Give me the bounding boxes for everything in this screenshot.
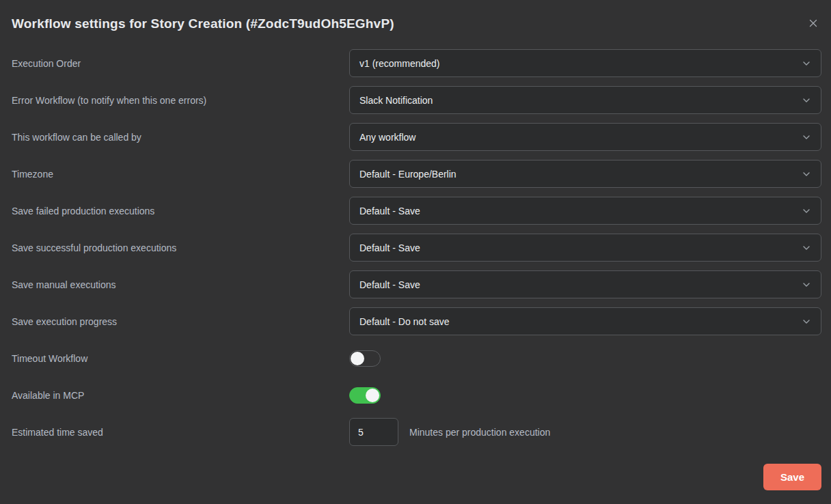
row-save-progress: Save execution progress Default - Do not… — [12, 307, 821, 335]
row-called-by: This workflow can be called by Any workf… — [12, 123, 821, 151]
save-failed-executions-select[interactable]: Default - Save — [349, 197, 821, 225]
row-timeout-workflow: Timeout Workflow — [12, 344, 821, 372]
save-execution-progress-select[interactable]: Default - Do not save — [349, 307, 821, 335]
timeout-workflow-toggle[interactable] — [349, 350, 381, 367]
row-execution-order: Execution Order v1 (recommended) — [12, 49, 821, 77]
field-label: Execution Order — [12, 58, 349, 69]
row-error-workflow: Error Workflow (to notify when this one … — [12, 86, 821, 114]
save-manual-executions-select[interactable]: Default - Save — [349, 270, 821, 298]
chevron-down-icon — [802, 206, 811, 216]
error-workflow-select[interactable]: Slack Notification — [349, 86, 821, 114]
field-label: Available in MCP — [12, 390, 349, 401]
chevron-down-icon — [802, 280, 811, 290]
chevron-down-icon — [802, 243, 811, 253]
dialog-title: Workflow settings for Story Creation (#Z… — [12, 14, 394, 31]
select-value: Default - Europe/Berlin — [359, 169, 457, 180]
field-label: Timezone — [12, 169, 349, 180]
row-save-manual: Save manual executions Default - Save — [12, 270, 821, 298]
select-value: Default - Save — [359, 279, 420, 290]
chevron-down-icon — [802, 169, 811, 179]
field-label: Timeout Workflow — [12, 353, 349, 364]
toggle-knob — [351, 352, 364, 365]
row-save-successful: Save successful production executions De… — [12, 234, 821, 262]
row-available-in-mcp: Available in MCP — [12, 381, 821, 409]
select-value: Slack Notification — [359, 95, 433, 106]
field-label: Save failed production executions — [12, 206, 349, 216]
field-label: This workflow can be called by — [12, 132, 349, 143]
select-value: v1 (recommended) — [359, 58, 440, 69]
row-estimated-time-saved: Estimated time saved Minutes per product… — [12, 418, 821, 446]
estimated-time-input[interactable] — [349, 418, 398, 446]
close-button[interactable] — [805, 15, 821, 31]
field-label: Save execution progress — [12, 316, 349, 327]
field-label: Error Workflow (to notify when this one … — [12, 95, 349, 106]
settings-rows: Execution Order v1 (recommended) Error W… — [12, 49, 821, 446]
chevron-down-icon — [802, 96, 811, 105]
workflow-settings-dialog: Workflow settings for Story Creation (#Z… — [0, 0, 831, 504]
close-icon — [808, 18, 819, 29]
toggle-knob — [366, 389, 379, 402]
field-label: Estimated time saved — [12, 427, 349, 438]
field-label: Save successful production executions — [12, 242, 349, 253]
save-button[interactable]: Save — [763, 464, 821, 490]
select-value: Default - Do not save — [359, 316, 450, 327]
select-value: Any workflow — [359, 132, 416, 143]
row-timezone: Timezone Default - Europe/Berlin — [12, 160, 821, 188]
field-label: Save manual executions — [12, 279, 349, 290]
estimated-time-suffix: Minutes per production execution — [409, 427, 550, 438]
chevron-down-icon — [802, 317, 811, 326]
called-by-select[interactable]: Any workflow — [349, 123, 821, 151]
available-in-mcp-toggle[interactable] — [349, 387, 381, 404]
chevron-down-icon — [802, 132, 811, 142]
execution-order-select[interactable]: v1 (recommended) — [349, 49, 821, 77]
chevron-down-icon — [802, 59, 811, 68]
dialog-header: Workflow settings for Story Creation (#Z… — [12, 14, 821, 31]
dialog-footer: Save — [12, 464, 821, 490]
row-save-failed: Save failed production executions Defaul… — [12, 197, 821, 225]
timezone-select[interactable]: Default - Europe/Berlin — [349, 160, 821, 188]
select-value: Default - Save — [359, 242, 420, 253]
save-successful-executions-select[interactable]: Default - Save — [349, 234, 821, 262]
select-value: Default - Save — [359, 206, 420, 216]
